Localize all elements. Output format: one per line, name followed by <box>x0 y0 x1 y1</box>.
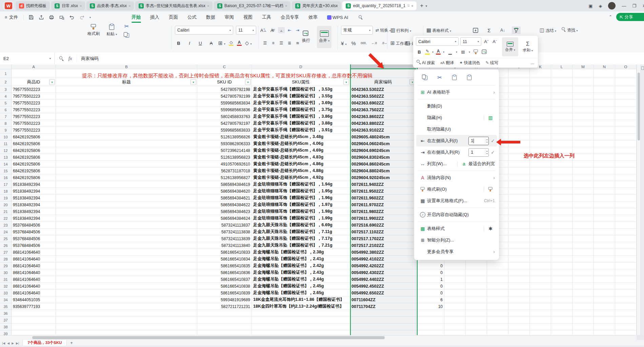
cell[interactable] <box>487 317 508 324</box>
cell[interactable]: 足金珐琅猫猫耳饰【赠国检证书】，1.96g <box>252 195 350 201</box>
cell[interactable]: 足金九眼天珠吊坠【赠国检证书】，6.69g <box>252 222 350 229</box>
cell[interactable] <box>615 69 637 78</box>
restore-button[interactable]: ❐ <box>632 3 636 8</box>
cell[interactable] <box>12 69 56 78</box>
horizontal-scrollbar[interactable] <box>0 335 637 340</box>
cell[interactable] <box>56 107 197 113</box>
cell[interactable] <box>572 290 594 296</box>
cell[interactable]: 795775502223 <box>12 86 56 93</box>
cell[interactable] <box>508 120 530 127</box>
cell[interactable] <box>197 324 252 330</box>
cell[interactable]: 5993481919689 <box>197 296 252 303</box>
cell[interactable] <box>508 215 530 222</box>
cell[interactable]: 5861665410833 <box>197 249 252 256</box>
row-header-25[interactable]: 25 <box>0 235 12 242</box>
menu-item[interactable]: ▦设置单元格格式(F)...Ctrl+1 <box>416 195 497 207</box>
justify-icon[interactable]: ≣ <box>286 40 293 46</box>
cell[interactable] <box>56 134 197 140</box>
cell[interactable] <box>530 324 551 330</box>
cell[interactable] <box>56 140 197 147</box>
mini-format-painter-icon[interactable] <box>473 49 479 54</box>
cell[interactable] <box>572 120 594 127</box>
cell[interactable] <box>530 303 551 310</box>
cell[interactable] <box>594 276 615 283</box>
cell[interactable] <box>56 324 197 330</box>
fill-down-icon[interactable] <box>471 26 480 34</box>
cell[interactable]: 5873241113837 <box>197 222 252 229</box>
row-header-6[interactable]: 6 <box>0 107 12 113</box>
first-sheet-icon[interactable]: |◀ <box>2 342 5 345</box>
menu-item[interactable]: ✓开启内容自动隐藏(Q) <box>416 209 497 220</box>
cell[interactable] <box>615 276 637 283</box>
paste-special-button[interactable] <box>463 73 476 82</box>
cell[interactable] <box>594 161 615 168</box>
cell[interactable] <box>56 161 197 168</box>
cell[interactable] <box>466 263 487 269</box>
cell[interactable] <box>466 290 487 296</box>
cell[interactable] <box>551 263 572 269</box>
file-tab[interactable]: SBaison_E3_2025-07-17唯一码档 <box>214 1 290 10</box>
menu-item[interactable]: 删除(D) <box>416 100 497 112</box>
decrease-indent-icon[interactable]: ⇤ <box>286 27 293 33</box>
cell[interactable] <box>594 107 615 113</box>
cell[interactable]: 18K金四叶草耳饰【约2.13~2.24g/赠国检证书】 <box>252 303 350 310</box>
cell[interactable]: 951838492394 <box>12 188 56 195</box>
cell[interactable] <box>572 161 594 168</box>
cell[interactable]: 5599685663836 <box>197 107 252 113</box>
cell[interactable] <box>56 86 197 93</box>
cell[interactable] <box>508 174 530 181</box>
column-header-N[interactable]: N <box>594 64 615 69</box>
cell[interactable] <box>530 69 551 78</box>
side-panel-icon[interactable]: ▣ <box>588 3 592 8</box>
cell[interactable] <box>444 296 466 303</box>
align-bottom-icon[interactable]: ⫠ <box>278 27 285 33</box>
cell[interactable]: 足金海螺吊坠【赠国检证书】，2.44g <box>252 276 350 283</box>
cell[interactable]: 795775502223 <box>12 127 56 134</box>
cell[interactable]: 0029604.690245cm <box>350 147 416 154</box>
file-tab[interactable]: S周年庆大盘+30.xlsx <box>292 1 341 10</box>
ribbon-tab-数据[interactable]: 数据 <box>206 14 215 20</box>
cell[interactable]: 684261925806 <box>12 147 56 154</box>
row-header-31[interactable]: 31 <box>0 276 12 283</box>
cell[interactable] <box>508 107 530 113</box>
cell[interactable] <box>508 283 530 290</box>
cell[interactable]: 0042363.8802ZZ <box>350 120 416 127</box>
cell[interactable] <box>572 140 594 147</box>
column-header-D[interactable]: D <box>252 64 350 69</box>
cell[interactable]: 黄金粗卡项链-总链长约45cm，4.69g <box>252 147 350 154</box>
task-pane-icon[interactable] <box>641 66 644 70</box>
cell[interactable] <box>615 161 637 168</box>
cell[interactable]: 5865694384622 <box>197 201 252 208</box>
cell[interactable] <box>551 113 572 120</box>
row-header-22[interactable]: 22 <box>0 215 12 222</box>
number-format-select[interactable]: 常规▾ <box>341 26 373 35</box>
cell[interactable] <box>252 310 350 317</box>
cell[interactable] <box>508 161 530 168</box>
cell[interactable] <box>350 330 416 335</box>
cell[interactable]: 0072517.1702ZZ <box>350 235 416 242</box>
cell[interactable] <box>551 222 572 229</box>
cell[interactable] <box>416 317 444 324</box>
cell[interactable] <box>56 330 197 335</box>
format-painter-button[interactable]: 格式刷 <box>85 23 102 37</box>
cell[interactable] <box>572 78 594 86</box>
menu-item[interactable]: ≣智能分列(Z)... <box>416 234 497 246</box>
cell[interactable] <box>444 283 466 290</box>
cell[interactable] <box>551 269 572 276</box>
row-header-30[interactable]: 30 <box>0 269 12 276</box>
cell[interactable] <box>508 242 530 249</box>
cell[interactable] <box>56 181 197 188</box>
cell[interactable] <box>551 188 572 195</box>
cell[interactable] <box>551 174 572 181</box>
cell[interactable]: 951838492394 <box>12 181 56 188</box>
cell[interactable] <box>615 127 637 134</box>
borders-icon[interactable]: ⊞ ▾ <box>218 40 225 46</box>
cell[interactable] <box>530 208 551 215</box>
cell[interactable]: 黄金粗卡项链-总链长约45cm，4.86g <box>252 161 350 168</box>
cell[interactable]: 953768484506 <box>12 242 56 249</box>
cell[interactable] <box>551 127 572 134</box>
cell[interactable] <box>350 317 416 324</box>
cell[interactable] <box>615 222 637 229</box>
cell[interactable] <box>594 310 615 317</box>
cell[interactable]: 0042363.7502ZZ <box>350 107 416 113</box>
